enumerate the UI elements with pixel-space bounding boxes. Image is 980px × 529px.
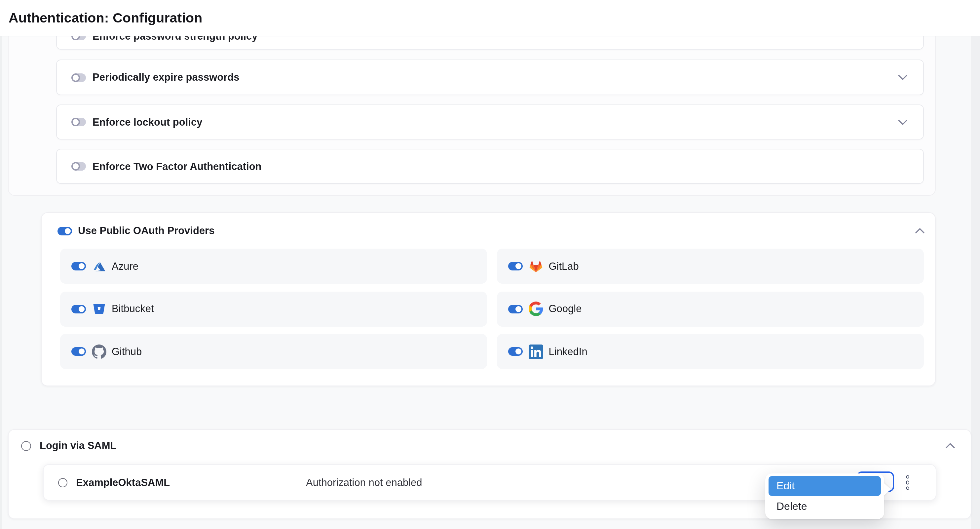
toggle-bitbucket[interactable] bbox=[72, 304, 85, 313]
toggle-knob bbox=[72, 118, 80, 126]
saml-provider-name: ExampleOktaSAML bbox=[76, 476, 170, 488]
toggle-lockout-policy[interactable] bbox=[72, 118, 86, 126]
chevron-up-icon[interactable] bbox=[915, 228, 924, 233]
toggle-knob bbox=[514, 347, 523, 356]
chevron-up-icon[interactable] bbox=[946, 443, 955, 448]
password-settings-card: Enforce password strength policy Periodi… bbox=[8, 37, 936, 196]
chevron-down-icon[interactable] bbox=[898, 120, 907, 125]
toggle-knob bbox=[64, 226, 72, 235]
setting-label: Enforce Two Factor Authentication bbox=[92, 160, 262, 172]
toggle-knob bbox=[514, 262, 523, 271]
context-menu: Edit Delete bbox=[765, 473, 884, 519]
saml-card-header[interactable]: Login via SAML bbox=[9, 430, 971, 462]
toggle-linkedin[interactable] bbox=[509, 347, 522, 356]
setting-label: Periodically expire passwords bbox=[92, 72, 240, 83]
saml-provider-status: Authorization not enabled bbox=[306, 476, 422, 488]
provider-row-bitbucket[interactable]: Bitbucket bbox=[60, 291, 487, 326]
toggle-password-strength[interactable] bbox=[72, 37, 86, 40]
oauth-card-header[interactable]: Use Public OAuth Providers bbox=[41, 213, 935, 249]
toggle-gitlab[interactable] bbox=[509, 262, 522, 271]
setting-row-password-strength[interactable]: Enforce password strength policy bbox=[56, 37, 924, 49]
toggle-expire-passwords[interactable] bbox=[72, 73, 86, 82]
provider-row-azure[interactable]: Azure bbox=[60, 249, 487, 284]
provider-label: Bitbucket bbox=[112, 303, 154, 315]
context-menu-arrow bbox=[883, 483, 891, 496]
kebab-menu-icon[interactable] bbox=[906, 475, 909, 490]
toggle-two-factor[interactable] bbox=[72, 162, 86, 170]
authentication-configuration-page: Enforce password strength policy Periodi… bbox=[0, 0, 980, 529]
toggle-github[interactable] bbox=[72, 347, 85, 356]
provider-label: Azure bbox=[112, 260, 138, 272]
setting-row-two-factor[interactable]: Enforce Two Factor Authentication bbox=[56, 149, 924, 184]
saml-provider-radio[interactable] bbox=[58, 478, 67, 487]
provider-row-github[interactable]: Github bbox=[60, 334, 487, 369]
toggle-azure[interactable] bbox=[72, 262, 85, 271]
left-page-edge bbox=[0, 37, 2, 529]
setting-label: Enforce lockout policy bbox=[92, 116, 202, 128]
saml-section-label: Login via SAML bbox=[40, 440, 117, 452]
menu-item-delete[interactable]: Delete bbox=[768, 497, 881, 516]
setting-row-expire-passwords[interactable]: Periodically expire passwords bbox=[56, 59, 924, 95]
toggle-knob bbox=[72, 37, 80, 40]
page-header: Authentication: Configuration bbox=[0, 0, 980, 37]
provider-row-linkedin[interactable]: LinkedIn bbox=[497, 334, 924, 369]
oauth-section-label: Use Public OAuth Providers bbox=[78, 225, 215, 237]
saml-radio[interactable] bbox=[21, 441, 31, 451]
google-icon bbox=[529, 301, 544, 316]
provider-label: GitLab bbox=[549, 260, 579, 272]
linkedin-icon bbox=[529, 344, 544, 359]
github-icon bbox=[92, 344, 107, 359]
toggle-knob bbox=[72, 73, 80, 82]
oauth-provider-grid: Azure GitLab bbox=[60, 249, 924, 369]
provider-label: LinkedIn bbox=[549, 346, 587, 357]
setting-label: Enforce password strength policy bbox=[92, 37, 258, 42]
provider-row-gitlab[interactable]: GitLab bbox=[497, 249, 924, 284]
toggle-knob bbox=[77, 347, 86, 356]
provider-row-google[interactable]: Google bbox=[497, 291, 924, 326]
setting-row-lockout-policy[interactable]: Enforce lockout policy bbox=[56, 105, 924, 140]
menu-item-edit[interactable]: Edit bbox=[768, 476, 881, 496]
toggle-knob bbox=[77, 262, 86, 271]
toggle-use-public-oauth[interactable] bbox=[57, 226, 72, 235]
gitlab-icon bbox=[529, 259, 544, 273]
oauth-providers-card: Use Public OAuth Providers Azure bbox=[41, 212, 936, 386]
toggle-knob bbox=[77, 304, 86, 313]
toggle-knob bbox=[72, 162, 80, 170]
chevron-down-icon[interactable] bbox=[898, 75, 907, 80]
provider-label: Google bbox=[549, 303, 582, 315]
toggle-knob bbox=[514, 304, 523, 313]
provider-label: Github bbox=[112, 346, 142, 357]
scrollbar-gutter[interactable] bbox=[971, 37, 980, 529]
toggle-google[interactable] bbox=[509, 304, 522, 313]
bitbucket-icon bbox=[92, 301, 107, 316]
page-title: Authentication: Configuration bbox=[9, 10, 202, 26]
azure-icon bbox=[92, 259, 107, 273]
